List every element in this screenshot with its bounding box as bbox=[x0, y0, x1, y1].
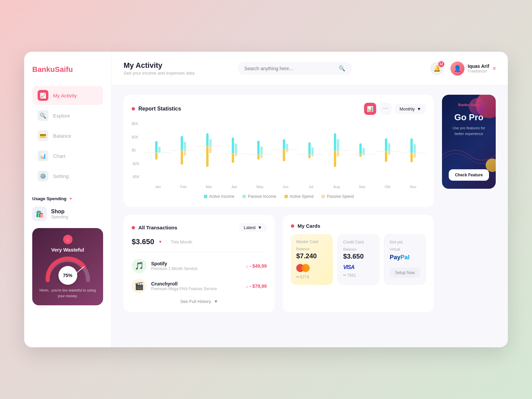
sidebar-label-setting: Setting bbox=[53, 173, 69, 179]
month-bars-may bbox=[247, 122, 273, 179]
credit-card-type: Credit Card bbox=[343, 240, 374, 245]
chart-bars-area bbox=[145, 122, 426, 179]
master-card-number: •• 6774 bbox=[296, 275, 327, 279]
month-bars-mar bbox=[196, 122, 222, 179]
legend-active-spend: Active Spend bbox=[284, 194, 314, 199]
page-subtitle: See your income and expenses data bbox=[124, 71, 194, 76]
user-name: Iquas Arif bbox=[468, 63, 489, 69]
spending-title: Very Wasteful bbox=[39, 247, 96, 253]
crunchyroll-icon: 🎬 bbox=[132, 279, 146, 294]
paypal-logo-icon: PayPal bbox=[390, 254, 409, 261]
my-cards-section: My Cards Master Card Balance $7.240 bbox=[283, 215, 434, 312]
chart-y-labels: $5K $2K $0 -$2K -$5K bbox=[132, 122, 144, 179]
transaction-spotify: 🎵 Spotify Premium 1 Month Service ↓ - $4… bbox=[132, 259, 267, 273]
notification-button[interactable]: 🔔 12 bbox=[430, 62, 444, 75]
spending-badge-icon: ↓ bbox=[63, 235, 73, 244]
spending-gauge: 75% bbox=[44, 257, 91, 283]
crunchyroll-arrow-icon: ↓ bbox=[246, 283, 248, 289]
spending-percent: 75% bbox=[58, 266, 77, 285]
see-history-button[interactable]: See Full History ▼ bbox=[132, 299, 267, 304]
sidebar-label-chart: Chart bbox=[53, 153, 65, 159]
user-menu-icon: ≡ bbox=[493, 65, 496, 72]
filter-button[interactable]: Latest ▼ bbox=[239, 223, 267, 232]
search-bar[interactable]: 🔍 bbox=[238, 62, 352, 75]
content-left: Report Statistics 📊 〰 Monthly ▼ bbox=[124, 95, 434, 338]
usage-label: Usage Spending ▼ bbox=[32, 196, 103, 201]
sidebar-item-setting[interactable]: ⚙️ Setting bbox=[32, 167, 103, 185]
period-select[interactable]: Monthly ▼ bbox=[395, 104, 426, 114]
month-bars-sep bbox=[349, 122, 375, 179]
bar-chart: $5K $2K $0 -$2K -$5K JanFebMarAprMayJunJ… bbox=[132, 122, 426, 189]
period-label: Monthly bbox=[400, 106, 415, 112]
bottom-row: All Transactions Latest ▼ $3.650 ▼ This … bbox=[124, 215, 434, 312]
line-chart-button[interactable]: 〰 bbox=[380, 103, 392, 115]
cards-title: My Cards bbox=[298, 223, 426, 229]
crunchyroll-sub: Premium Mega FAN Feature Service bbox=[151, 286, 241, 291]
spotify-icon: 🎵 bbox=[132, 259, 146, 273]
total-amount: $3.650 bbox=[132, 237, 154, 246]
visa-logo-icon: VISA bbox=[343, 264, 354, 270]
explore-icon: 🔍 bbox=[38, 110, 48, 121]
content-right: Banku Saifu Go Pro Use pro features for … bbox=[442, 95, 496, 338]
brand-logo: BankuSaifu bbox=[32, 65, 103, 74]
sidebar-item-explore[interactable]: 🔍 Explore bbox=[32, 106, 103, 125]
amount-period: This Month bbox=[166, 239, 192, 245]
transactions-card: All Transactions Latest ▼ $3.650 ▼ This … bbox=[124, 215, 275, 312]
cards-grid: Master Card Balance $7.240 •• 6774 bbox=[291, 234, 426, 285]
usage-chevron-icon: ▼ bbox=[69, 197, 73, 201]
setup-now-button[interactable]: Setup Now bbox=[390, 268, 420, 278]
transactions-title: All Transactions bbox=[138, 225, 239, 230]
month-bars-aug bbox=[324, 122, 349, 179]
month-bars-feb bbox=[171, 122, 196, 179]
bar-chart-button[interactable]: 📊 bbox=[364, 103, 376, 115]
month-bars-jun bbox=[273, 122, 298, 179]
month-bars-nov bbox=[400, 122, 426, 179]
crunchyroll-amount: ↓ - $79,99 bbox=[246, 283, 267, 289]
master-balance-label: Balance bbox=[296, 247, 327, 251]
sidebar-item-chart[interactable]: 📊 Chart bbox=[32, 146, 103, 165]
activity-icon: 📈 bbox=[38, 90, 48, 101]
credit-card: Credit Card Balance $3.650 VISA •• 7561 bbox=[338, 234, 380, 285]
chart-icon: 📊 bbox=[38, 150, 48, 161]
header: My Activity See your income and expenses… bbox=[112, 52, 508, 85]
chart-legend: Active Income Passive Income Active Spen… bbox=[132, 194, 426, 199]
sidebar-label-activity: My Activity bbox=[53, 93, 77, 98]
report-dot bbox=[132, 107, 135, 110]
cards-dot bbox=[291, 224, 294, 228]
spotify-arrow-icon: ↓ bbox=[246, 263, 248, 269]
balance-icon: 💳 bbox=[38, 130, 48, 141]
month-bars-jul bbox=[298, 122, 324, 179]
pro-card: Banku Saifu Go Pro Use pro features for … bbox=[442, 95, 496, 189]
spotify-name: Spotify bbox=[151, 261, 241, 266]
master-card-type: Master Card bbox=[296, 239, 327, 244]
crunchyroll-name: Crunchyroll bbox=[151, 281, 241, 286]
sidebar-item-balance[interactable]: 💳 Balance bbox=[32, 126, 103, 145]
sidebar-label-balance: Balance bbox=[53, 133, 71, 139]
report-card: Report Statistics 📊 〰 Monthly ▼ bbox=[124, 95, 434, 207]
filter-label: Latest bbox=[244, 225, 256, 230]
check-feature-button[interactable]: Check Feature bbox=[449, 169, 489, 181]
sidebar: BankuSaifu 📈 My Activity 🔍 Explore 💳 Bal… bbox=[24, 52, 112, 347]
sidebar-item-activity[interactable]: 📈 My Activity bbox=[32, 86, 103, 105]
history-chevron-icon: ▼ bbox=[214, 299, 218, 304]
amount-arrow-icon: ▼ bbox=[158, 239, 162, 244]
shop-subtitle: Spending bbox=[51, 215, 68, 219]
filter-chevron-icon: ▼ bbox=[258, 225, 262, 230]
month-bars-jan bbox=[145, 122, 171, 179]
user-avatar: 👤 bbox=[450, 61, 464, 76]
setting-icon: ⚙️ bbox=[38, 171, 48, 181]
search-input[interactable] bbox=[245, 66, 336, 71]
sidebar-label-explore: Explore bbox=[53, 113, 70, 119]
credit-card-number: •• 7561 bbox=[343, 273, 374, 278]
nav-menu: 📈 My Activity 🔍 Explore 💳 Balance 📊 Char… bbox=[32, 86, 103, 185]
brand-name2: Saifu bbox=[55, 65, 73, 74]
transactions-dot bbox=[132, 226, 135, 229]
mastercard-circles-icon bbox=[296, 264, 310, 272]
notification-badge: 12 bbox=[438, 61, 444, 67]
legend-passive-income: Passive Income bbox=[242, 194, 276, 199]
month-bars-okt bbox=[375, 122, 400, 179]
period-chevron-icon: ▼ bbox=[417, 106, 421, 112]
paypal-status: Not yet bbox=[390, 240, 420, 245]
user-profile[interactable]: 👤 Iquas Arif Freelancer ≡ bbox=[450, 61, 496, 76]
pro-description: Use pro features for better experience bbox=[449, 125, 489, 136]
